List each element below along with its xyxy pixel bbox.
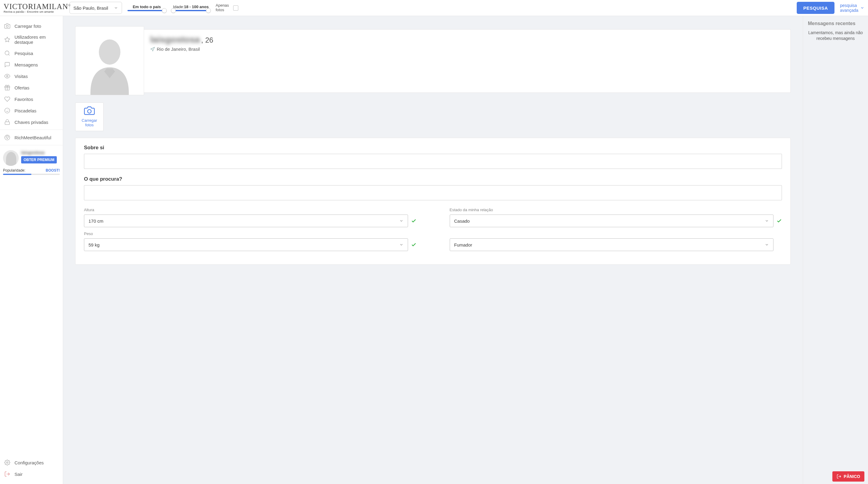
sidebar-item-label: Carregar foto [14, 24, 41, 29]
upload-photos-card[interactable]: Carregar fotos [75, 102, 103, 131]
svg-marker-1 [5, 37, 10, 42]
svg-point-4 [7, 75, 8, 77]
sidebar-item-camera[interactable]: Carregar foto [0, 20, 63, 32]
star-icon [4, 36, 10, 42]
topbar: VICTORIAMILAN® Reviva a paixão - Encontr… [0, 0, 440, 16]
diamond-icon [4, 134, 10, 141]
upload-l2: fotos [78, 123, 101, 127]
boost-link[interactable]: BOOST! [45, 168, 60, 173]
avatar-placeholder-icon [75, 27, 144, 95]
popularity-label: Popularidade: [3, 168, 25, 173]
lookingfor-label: O que procura? [84, 176, 440, 182]
logo[interactable]: VICTORIAMILAN® Reviva a paixão - Encontr… [4, 2, 64, 13]
sidebar: Carregar fotoUtilizadores em destaquePes… [0, 16, 63, 243]
svg-point-2 [5, 51, 9, 55]
camera-icon [84, 107, 95, 115]
photos-only: Apenas fotos [216, 3, 238, 12]
gift-icon [4, 85, 10, 91]
profile-age: , 26 [201, 36, 213, 44]
chat-icon [4, 62, 10, 68]
sidebar-item-richmeetbeautiful[interactable]: RichMeetBeautiful [0, 132, 63, 143]
mini-avatar[interactable] [3, 150, 19, 166]
check-icon [411, 242, 416, 243]
sidebar-item-label: Favoritos [14, 97, 33, 102]
svg-point-7 [5, 108, 10, 113]
svg-point-10 [5, 135, 10, 140]
photos-only-checkbox[interactable] [233, 5, 238, 10]
search-icon [4, 50, 10, 56]
height-label: Altura [84, 208, 416, 212]
svg-point-14 [99, 39, 120, 65]
sidebar-item-search[interactable]: Pesquisa [0, 48, 63, 59]
main-content: laisgostosa , 26 Rio de Janeiro, Brasil … [63, 16, 440, 243]
svg-line-3 [8, 54, 10, 56]
eye-icon [4, 73, 10, 79]
sidebar-item-gift[interactable]: Ofertas [0, 82, 63, 93]
sidebar-item-chat[interactable]: Mensagens [0, 59, 63, 70]
age-range: Idade:18 - 100 anos [172, 4, 210, 11]
sidebar-item-star[interactable]: Utilizadores em destaque [0, 32, 63, 48]
distance-range: Em todo o país [127, 4, 166, 11]
photos-only-label: Apenas fotos [216, 3, 230, 12]
lookingfor-textarea[interactable] [84, 185, 440, 200]
logo-tagline: Reviva a paixão - Encontre um amante [4, 10, 54, 13]
logo-text: VICTORIAMILAN [4, 2, 68, 10]
profile-header: laisgostosa , 26 Rio de Janeiro, Brasil [75, 26, 440, 95]
location-value: São Paulo, Brasil [73, 5, 108, 10]
sidebar-item-label: Ofertas [14, 85, 29, 90]
distance-label: Em todo o país [132, 4, 161, 9]
height-select[interactable]: 170 cm [84, 214, 408, 227]
premium-button[interactable]: OBTER PREMIUM [21, 156, 57, 163]
about-textarea[interactable] [84, 154, 440, 169]
age-value: 18 - 100 anos [184, 4, 209, 9]
sidebar-item-wink[interactable]: Piscadelas [0, 105, 63, 116]
distance-slider[interactable] [127, 10, 166, 11]
sidebar-item-eye[interactable]: Visitas [0, 70, 63, 82]
heart-icon [4, 96, 10, 102]
sidebar-item-heart[interactable]: Favoritos [0, 93, 63, 105]
chevron-down-icon [399, 219, 403, 223]
location-select[interactable]: São Paulo, Brasil [69, 2, 122, 14]
sidebar-item-lock[interactable]: Chaves privadas [0, 116, 63, 128]
sidebar-item-label: Chaves privadas [14, 120, 48, 125]
sidebar-item-label: Piscadelas [14, 108, 36, 113]
weight-value: 59 kg [89, 242, 100, 243]
location-icon [150, 47, 155, 52]
profile-avatar[interactable] [75, 26, 144, 95]
svg-rect-9 [5, 122, 10, 124]
about-label: Sobre si [84, 145, 440, 151]
camera-icon [4, 23, 10, 29]
sidebar-item-label: Pesquisa [14, 51, 33, 56]
height-value: 170 cm [89, 218, 103, 223]
sidebar-item-label: Mensagens [14, 62, 38, 67]
weight-select[interactable]: 59 kg [84, 238, 408, 243]
wink-icon [4, 108, 10, 114]
check-icon [411, 218, 416, 223]
profile-username: laisgostosa [150, 34, 200, 45]
lock-icon [4, 119, 10, 125]
upload-l1: Carregar [78, 118, 101, 123]
mini-username: laisgostosa [21, 150, 60, 155]
sidebar-item-label: Visitas [14, 74, 28, 79]
sidebar-item-label: Utilizadores em destaque [14, 34, 59, 45]
popularity-bar [3, 174, 60, 175]
chevron-down-icon [114, 6, 118, 10]
age-slider[interactable] [172, 10, 210, 11]
chevron-down-icon [399, 243, 403, 243]
weight-label: Peso [84, 232, 416, 236]
profile-location: Rio de Janeiro, Brasil [157, 47, 200, 52]
sidebar-item-label: RichMeetBeautiful [14, 135, 51, 140]
svg-point-15 [88, 110, 91, 113]
profile-form: Sobre si O que procura? Altura 170 cm Pe… [75, 138, 440, 243]
svg-point-0 [6, 25, 8, 28]
mini-profile: laisgostosa OBTER PREMIUM [0, 147, 63, 167]
profile-info-card: laisgostosa , 26 Rio de Janeiro, Brasil [144, 29, 440, 93]
